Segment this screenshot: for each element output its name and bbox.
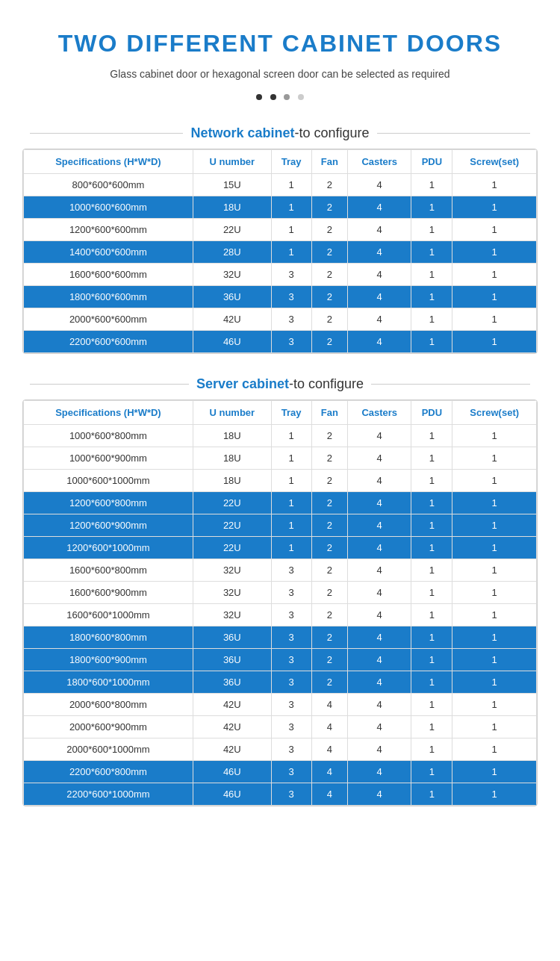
cell-pdu: 1 bbox=[411, 492, 452, 514]
cell-tray: 3 bbox=[271, 331, 311, 353]
network-table: Specifications (H*W*D) U number Tray Fan… bbox=[23, 149, 537, 353]
cell-tray: 1 bbox=[271, 447, 311, 470]
cell-casters: 4 bbox=[348, 331, 411, 353]
cell-spec: 1000*600*800mm bbox=[24, 425, 193, 447]
cell-tray: 3 bbox=[271, 649, 311, 671]
cell-tray: 1 bbox=[271, 514, 311, 537]
cell-pdu: 1 bbox=[411, 264, 452, 286]
table-row: 1800*600*900mm 36U 3 2 4 1 1 bbox=[24, 649, 537, 671]
cell-spec: 2200*600*1000mm bbox=[24, 783, 193, 806]
title-line-left bbox=[30, 133, 183, 134]
cell-spec: 1800*600*900mm bbox=[24, 649, 193, 671]
col-header-u: U number bbox=[193, 150, 271, 174]
cell-u: 32U bbox=[193, 604, 271, 626]
cell-fan: 2 bbox=[311, 331, 347, 353]
cell-screw: 1 bbox=[452, 537, 537, 559]
table-row: 1800*600*800mm 36U 3 2 4 1 1 bbox=[24, 626, 537, 649]
main-title: TWO DIFFERENT CABINET DOORS bbox=[22, 30, 538, 57]
cell-fan: 2 bbox=[311, 537, 347, 559]
cell-spec: 1600*600*600mm bbox=[24, 264, 193, 286]
cell-fan: 2 bbox=[311, 514, 347, 537]
table-row: 1600*600*800mm 32U 3 2 4 1 1 bbox=[24, 559, 537, 582]
cell-tray: 3 bbox=[271, 716, 311, 738]
cell-pdu: 1 bbox=[411, 286, 452, 308]
table-row: 1800*600*600mm 36U 3 2 4 1 1 bbox=[24, 286, 537, 308]
cell-spec: 1400*600*600mm bbox=[24, 241, 193, 264]
cell-u: 32U bbox=[193, 582, 271, 604]
cell-fan: 2 bbox=[311, 492, 347, 514]
cell-u: 42U bbox=[193, 738, 271, 761]
cell-casters: 4 bbox=[348, 783, 411, 806]
cell-tray: 3 bbox=[271, 783, 311, 806]
cell-casters: 4 bbox=[348, 470, 411, 492]
cell-fan: 2 bbox=[311, 308, 347, 331]
cell-spec: 1800*600*800mm bbox=[24, 626, 193, 649]
cell-pdu: 1 bbox=[411, 219, 452, 241]
cell-fan: 2 bbox=[311, 470, 347, 492]
server-col-header-tray: Tray bbox=[271, 401, 311, 425]
cell-screw: 1 bbox=[452, 604, 537, 626]
cell-tray: 3 bbox=[271, 761, 311, 783]
cell-fan: 4 bbox=[311, 761, 347, 783]
col-header-fan: Fan bbox=[311, 150, 347, 174]
cell-u: 18U bbox=[193, 447, 271, 470]
cell-screw: 1 bbox=[452, 241, 537, 264]
cell-screw: 1 bbox=[452, 286, 537, 308]
cell-pdu: 1 bbox=[411, 241, 452, 264]
cell-fan: 4 bbox=[311, 716, 347, 738]
server-title-dark: -to configure bbox=[289, 376, 364, 391]
cell-u: 42U bbox=[193, 716, 271, 738]
cell-casters: 4 bbox=[348, 537, 411, 559]
cell-fan: 2 bbox=[311, 649, 347, 671]
table-row: 1000*600*600mm 18U 1 2 4 1 1 bbox=[24, 196, 537, 219]
dot-2 bbox=[270, 94, 276, 100]
cell-tray: 1 bbox=[271, 174, 311, 196]
cell-fan: 4 bbox=[311, 738, 347, 761]
server-table-header-row: Specifications (H*W*D) U number Tray Fan… bbox=[24, 401, 537, 425]
cell-pdu: 1 bbox=[411, 470, 452, 492]
cell-tray: 3 bbox=[271, 286, 311, 308]
cell-spec: 1200*600*900mm bbox=[24, 514, 193, 537]
cell-screw: 1 bbox=[452, 738, 537, 761]
cell-pdu: 1 bbox=[411, 331, 452, 353]
cell-casters: 4 bbox=[348, 716, 411, 738]
dots-indicator bbox=[22, 90, 538, 103]
cell-u: 46U bbox=[193, 331, 271, 353]
cell-fan: 2 bbox=[311, 604, 347, 626]
cell-spec: 1800*600*600mm bbox=[24, 286, 193, 308]
cell-spec: 2200*600*600mm bbox=[24, 331, 193, 353]
network-title-blue: Network cabinet bbox=[190, 125, 294, 140]
network-table-wrapper: Specifications (H*W*D) U number Tray Fan… bbox=[22, 149, 538, 354]
cell-spec: 1800*600*1000mm bbox=[24, 671, 193, 694]
cell-casters: 4 bbox=[348, 308, 411, 331]
table-row: 2200*600*800mm 46U 3 4 4 1 1 bbox=[24, 761, 537, 783]
cell-fan: 2 bbox=[311, 196, 347, 219]
cell-screw: 1 bbox=[452, 331, 537, 353]
cell-screw: 1 bbox=[452, 783, 537, 806]
table-row: 1000*600*1000mm 18U 1 2 4 1 1 bbox=[24, 470, 537, 492]
cell-u: 36U bbox=[193, 626, 271, 649]
cell-pdu: 1 bbox=[411, 514, 452, 537]
cell-spec: 1600*600*800mm bbox=[24, 559, 193, 582]
cell-spec: 1000*600*1000mm bbox=[24, 470, 193, 492]
cell-spec: 2000*600*600mm bbox=[24, 308, 193, 331]
server-col-header-casters: Casters bbox=[348, 401, 411, 425]
cell-tray: 1 bbox=[271, 196, 311, 219]
cell-spec: 1000*600*600mm bbox=[24, 196, 193, 219]
cell-screw: 1 bbox=[452, 470, 537, 492]
subtitle: Glass cabinet door or hexagonal screen d… bbox=[22, 66, 538, 82]
col-header-pdu: PDU bbox=[411, 150, 452, 174]
table-row: 1200*600*600mm 22U 1 2 4 1 1 bbox=[24, 219, 537, 241]
cell-screw: 1 bbox=[452, 514, 537, 537]
cell-screw: 1 bbox=[452, 196, 537, 219]
cell-u: 36U bbox=[193, 649, 271, 671]
cell-casters: 4 bbox=[348, 241, 411, 264]
cell-u: 18U bbox=[193, 196, 271, 219]
table-row: 1000*600*900mm 18U 1 2 4 1 1 bbox=[24, 447, 537, 470]
cell-fan: 2 bbox=[311, 174, 347, 196]
cell-pdu: 1 bbox=[411, 425, 452, 447]
cell-casters: 4 bbox=[348, 649, 411, 671]
cell-spec: 1200*600*800mm bbox=[24, 492, 193, 514]
cell-fan: 2 bbox=[311, 582, 347, 604]
cell-tray: 3 bbox=[271, 264, 311, 286]
